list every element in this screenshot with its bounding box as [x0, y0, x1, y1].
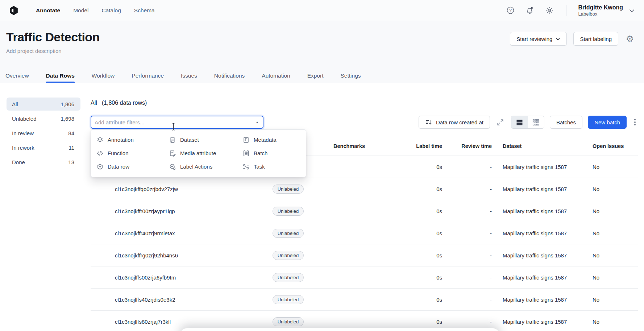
start-labeling-button[interactable]: Start labeling	[573, 32, 618, 46]
status-filter-count: 1,698	[61, 116, 74, 122]
tab[interactable]: Notifications	[214, 69, 245, 83]
data-row-id[interactable]: cl1c3nojkffqo0zrjbdv27zjw	[91, 186, 250, 192]
filter-menu-item-metadata[interactable]: Metadata	[242, 133, 301, 146]
filter-menu-item-task[interactable]: Task	[242, 160, 301, 173]
filter-menu-item-batch[interactable]: Batch	[242, 146, 301, 160]
user-org: Labelbox	[578, 11, 623, 17]
grid-view-icon[interactable]	[528, 116, 544, 128]
review-time-cell: -	[442, 297, 492, 303]
header-open-issues[interactable]: Open Issues	[582, 143, 638, 149]
dataset-cell: Mapillary traffic signs 1587	[492, 274, 582, 281]
project-tabs: OverviewData RowsWorkflowPerformanceIssu…	[0, 69, 644, 83]
table-row[interactable]: cl1c3nojlffs40zrjdis0e3k2 Unlabeled 0s -…	[91, 288, 638, 310]
tab[interactable]: Performance	[132, 69, 164, 83]
notifications-bell-icon[interactable]	[525, 5, 535, 16]
attribute-filter-input[interactable]	[91, 116, 263, 129]
status-badge: Unlabeled	[273, 273, 304, 282]
user-menu[interactable]: Bridgitte Kwong Labelbox	[578, 4, 635, 17]
data-rows-summary: All(1,806 data rows)	[91, 100, 638, 106]
filter-menu-item-media-attribute[interactable]: Media attribute	[169, 146, 242, 160]
nav-item[interactable]: Catalog	[101, 7, 121, 14]
status-filter-count: 11	[68, 145, 74, 151]
annotation-icon	[96, 136, 104, 144]
nav-item[interactable]: Annotate	[36, 7, 60, 14]
dataset-cell: Mapillary traffic signs 1587	[492, 186, 582, 192]
filter-menu-item-function[interactable]: Function	[96, 146, 169, 160]
status-badge: Unlabeled	[273, 295, 304, 304]
data-row-id[interactable]: cl1c3nojkffr40zrj9rmietax	[91, 230, 250, 236]
open-issues-cell: No	[582, 274, 638, 281]
tab[interactable]: Workflow	[92, 69, 115, 83]
task-icon	[242, 163, 250, 170]
metadata-icon	[242, 136, 250, 144]
list-view-icon[interactable]	[511, 116, 528, 128]
data-row-id[interactable]: cl1c3nojkffrg0zrj92hb4ns6	[91, 252, 250, 258]
data-row-id[interactable]: cl1c3nojlffs80zrjaj7r3kll	[91, 319, 250, 325]
start-reviewing-button[interactable]: Start reviewing	[510, 32, 567, 46]
theme-brightness-icon[interactable]	[544, 5, 554, 16]
more-options-kebab-icon[interactable]	[632, 117, 638, 127]
data-row-id[interactable]: cl1c3nojlffs40zrjdis0e3k2	[91, 297, 250, 303]
table-row[interactable]: cl1c3nojkffrg0zrj92hb4ns6 Unlabeled 0s -…	[91, 244, 638, 266]
table-row[interactable]: cl1c3nojkffqo0zrjbdv27zjw Unlabeled 0s -…	[91, 178, 638, 200]
tab[interactable]: Export	[307, 69, 324, 83]
status-filter-count: 13	[68, 159, 74, 165]
data-row-id[interactable]: cl1c3nojlffs00zrja6yfb9tm	[91, 274, 250, 281]
label-time-cell: 0s	[388, 319, 442, 325]
tab[interactable]: Overview	[5, 69, 29, 83]
label-time-cell: 0s	[388, 230, 442, 236]
svg-text:?: ?	[509, 8, 512, 13]
filter-menu-item-dataset[interactable]: Dataset	[169, 133, 242, 146]
dataset-cell: Mapillary traffic signs 1587	[492, 208, 582, 214]
table-row[interactable]: cl1c3nojkffr00zrjaypr1igp Unlabeled 0s -…	[91, 200, 638, 222]
data-rows-main: All(1,806 data rows) ▲	[91, 83, 644, 331]
project-settings-gear-icon[interactable]: ⚙	[625, 34, 635, 44]
open-issues-cell: No	[582, 297, 638, 303]
open-issues-cell: No	[582, 164, 638, 170]
status-filter-item[interactable]: In review 84	[7, 127, 80, 140]
labelbox-logo-icon[interactable]	[9, 6, 18, 15]
text-caret	[94, 119, 94, 125]
tab[interactable]: Automation	[262, 69, 290, 83]
filter-menu-item-data-row[interactable]: Data row	[96, 160, 169, 173]
header-label-time[interactable]: Label time	[388, 143, 442, 149]
status-filter-label: In rework	[12, 145, 34, 151]
dataset-cell: Mapillary traffic signs 1587	[492, 319, 582, 325]
expand-view-icon[interactable]	[495, 117, 506, 127]
batches-button[interactable]: Batches	[550, 116, 582, 129]
status-filter-label: Unlabeled	[12, 116, 37, 122]
status-filter-item[interactable]: In rework 11	[7, 141, 80, 154]
header-dataset[interactable]: Dataset	[492, 143, 582, 149]
user-name: Bridgitte Kwong	[578, 4, 623, 11]
table-row[interactable]: cl1c3nojlffs00zrja6yfb9tm Unlabeled 0s -…	[91, 266, 638, 288]
header-review-time[interactable]: Review time	[442, 143, 492, 149]
tab[interactable]: Data Rows	[46, 69, 75, 83]
data-row-id[interactable]: cl1c3nojkffr00zrjaypr1igp	[91, 208, 250, 214]
page-header: Traffic Detection Add project descriptio…	[0, 21, 644, 69]
tab[interactable]: Settings	[341, 69, 361, 83]
nav-item[interactable]: Schema	[134, 7, 155, 14]
sort-by-button[interactable]: Data row created at	[419, 116, 490, 129]
toolbar-right: Data row created at Batches	[419, 116, 638, 129]
help-icon[interactable]: ?	[505, 5, 515, 16]
filter-menu-item-label-actions[interactable]: Label Actions	[169, 160, 242, 173]
open-issues-cell: No	[582, 252, 638, 258]
header-benchmarks[interactable]: Benchmarks	[326, 143, 388, 149]
status-filter-item[interactable]: All 1,806	[7, 98, 80, 111]
top-nav: AnnotateModelCatalogSchema ?	[0, 0, 644, 21]
open-issues-cell: No	[582, 208, 638, 214]
table-row[interactable]: cl1c3nojkffr40zrj9rmietax Unlabeled 0s -…	[91, 222, 638, 244]
status-filter-item[interactable]: Done 13	[7, 156, 80, 169]
table-body: 0s - Mapillary traffic signs 1587 No cl1…	[91, 156, 638, 331]
tab[interactable]: Issues	[181, 69, 197, 83]
status-badge: Unlabeled	[273, 317, 304, 326]
filter-menu-item-annotation[interactable]: Annotation	[96, 133, 169, 146]
new-batch-button[interactable]: New batch	[588, 116, 627, 129]
project-description-placeholder[interactable]: Add project description	[6, 48, 635, 54]
attribute-filter-menu: Annotation Dataset Metadat	[91, 129, 306, 177]
nav-item[interactable]: Model	[73, 7, 88, 14]
status-filter-item[interactable]: Unlabeled 1,698	[7, 112, 80, 125]
content-area: All 1,806 Unlabeled 1,698 In review 84 I…	[0, 83, 644, 331]
primary-nav: AnnotateModelCatalogSchema	[36, 7, 155, 14]
header-actions: Start reviewing Start labeling ⚙	[510, 32, 635, 46]
